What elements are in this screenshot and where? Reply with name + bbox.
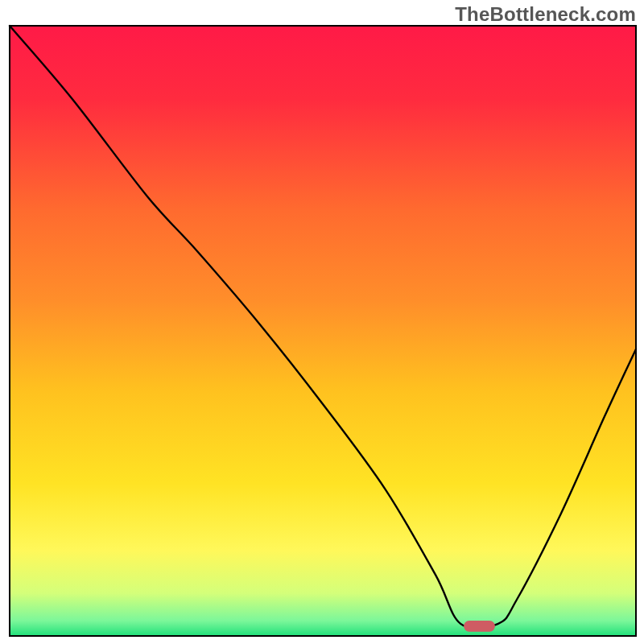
gradient-background — [10, 26, 636, 636]
chart-container: TheBottleneck.com — [0, 0, 644, 644]
bottleneck-chart — [0, 0, 644, 644]
optimal-marker — [464, 621, 495, 632]
